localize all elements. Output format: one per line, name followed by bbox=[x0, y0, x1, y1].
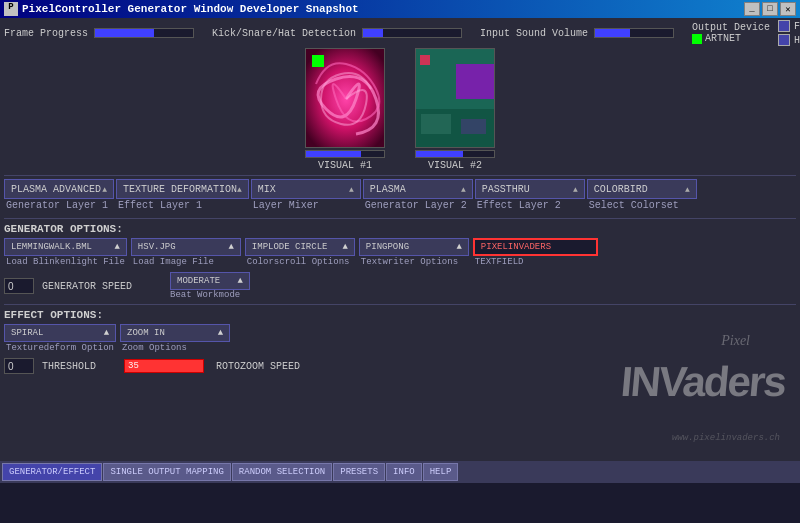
layer-group-mix: MIX ▲ Layer Mixer bbox=[251, 179, 361, 212]
passthru-button[interactable]: PASSTHRU ▲ bbox=[475, 179, 585, 199]
tab-random-selection[interactable]: RANDOM SELECTION bbox=[232, 463, 332, 481]
colorbird-sublabel: Select Colorset bbox=[587, 199, 697, 212]
visual2-preview bbox=[415, 48, 495, 148]
tab-info[interactable]: INFO bbox=[386, 463, 422, 481]
top-bar: Frame Progress Kick/Snare/Hat Detection … bbox=[4, 22, 796, 44]
pingpong-sublabel: Textwriter Options bbox=[359, 256, 469, 268]
colorbird-label: COLORBIRD bbox=[594, 184, 648, 195]
lemmingwalk-label: LEMMINGWALK.BML bbox=[11, 242, 92, 252]
beat-group: MODERATE ▲ Beat Workmode bbox=[170, 272, 250, 300]
pingpong-button[interactable]: PINGPONG ▲ bbox=[359, 238, 469, 256]
kick-section: Kick/Snare/Hat Detection bbox=[212, 28, 462, 39]
visual1-green-square bbox=[312, 55, 324, 67]
plasma2-arrow: ▲ bbox=[461, 185, 466, 194]
gen-group-implode: IMPLODE CIRCLE ▲ Colorscroll Options bbox=[245, 238, 355, 268]
rotozoom-val: 35 bbox=[125, 360, 142, 372]
mix-button[interactable]: MIX ▲ bbox=[251, 179, 361, 199]
minimize-button[interactable]: _ bbox=[744, 2, 760, 16]
tab-single-output[interactable]: SINGLE OUTPUT MAPPING bbox=[103, 463, 230, 481]
freeze-section: Freeze Update Hide Visuals bbox=[778, 20, 800, 46]
divider-2 bbox=[4, 218, 796, 219]
title-bar-buttons: _ □ ✕ bbox=[744, 2, 796, 16]
texture-deformation-button[interactable]: TEXTURE DEFORMATION ▲ bbox=[116, 179, 249, 199]
divider-3 bbox=[4, 304, 796, 305]
visual2-progress-bar bbox=[415, 150, 495, 158]
frame-progress-fill bbox=[95, 29, 154, 37]
effect-group-zoomin: ZOOM IN ▲ Zoom Options bbox=[120, 324, 230, 354]
svg-rect-5 bbox=[461, 119, 486, 134]
hide-label: Hide Visuals bbox=[794, 35, 800, 46]
sound-fill bbox=[595, 29, 630, 37]
textfield-label: TEXTFIELD bbox=[473, 256, 598, 268]
plasma-advanced-label: PLASMA ADVANCED bbox=[11, 184, 101, 195]
implode-sublabel: Colorscroll Options bbox=[245, 256, 355, 268]
gen-group-hsv: HSV.JPG ▲ Load Image File bbox=[131, 238, 241, 268]
freeze-label: Freeze Update bbox=[794, 21, 800, 32]
threshold-input[interactable] bbox=[4, 358, 34, 374]
logo-area: Pixel INVaders www.pixelinvaders.ch bbox=[570, 323, 790, 453]
plasma-advanced-button[interactable]: PLASMA ADVANCED ▲ bbox=[4, 179, 114, 199]
tab-generator-effect[interactable]: GENERATOR/EFFECT bbox=[2, 463, 102, 481]
effect-group-spiral: SPIRAL ▲ Texturedeform Option bbox=[4, 324, 116, 354]
close-button[interactable]: ✕ bbox=[780, 2, 796, 16]
plasma2-button[interactable]: PLASMA ▲ bbox=[363, 179, 473, 199]
kick-bar bbox=[362, 28, 462, 38]
implode-arrow: ▲ bbox=[342, 242, 347, 252]
lemmingwalk-sublabel: Load Blinkenlight File bbox=[4, 256, 127, 268]
rotozoom-label: ROTOZOOM SPEED bbox=[216, 361, 300, 372]
svg-rect-4 bbox=[421, 114, 451, 134]
sound-bar bbox=[594, 28, 674, 38]
frame-progress-section: Frame Progress bbox=[4, 28, 194, 39]
svg-rect-2 bbox=[456, 64, 495, 99]
texture-deformation-arrow: ▲ bbox=[237, 185, 242, 194]
visual1-bg bbox=[306, 49, 384, 147]
visual1-container: VISUAL #1 bbox=[305, 48, 385, 171]
freeze-checkbox[interactable] bbox=[778, 20, 790, 32]
colorbird-arrow: ▲ bbox=[685, 185, 690, 194]
title-bar: P PixelController Generator Window Devel… bbox=[0, 0, 800, 18]
sound-label: Input Sound Volume bbox=[480, 28, 588, 39]
texture-deformation-sublabel: Effect Layer 1 bbox=[116, 199, 249, 212]
maximize-button[interactable]: □ bbox=[762, 2, 778, 16]
visual2-container: VISUAL #2 bbox=[415, 48, 495, 171]
implode-button[interactable]: IMPLODE CIRCLE ▲ bbox=[245, 238, 355, 256]
spiral-label: SPIRAL bbox=[11, 328, 43, 338]
passthru-sublabel: Effect Layer 2 bbox=[475, 199, 585, 212]
implode-label: IMPLODE CIRCLE bbox=[252, 242, 328, 252]
rotozoom-bar: 35 bbox=[124, 359, 204, 373]
layer-group-texture-deformation: TEXTURE DEFORMATION ▲ Effect Layer 1 bbox=[116, 179, 249, 212]
beat-mode-label: MODERATE bbox=[177, 276, 220, 286]
visual1-progress-bar bbox=[305, 150, 385, 158]
spiral-arrow: ▲ bbox=[104, 328, 109, 338]
frame-progress-bar bbox=[94, 28, 194, 38]
hsv-label: HSV.JPG bbox=[138, 242, 176, 252]
output-label: Output Device bbox=[692, 22, 770, 33]
plasma-advanced-arrow: ▲ bbox=[102, 185, 107, 194]
logo-invaders-text: INVaders bbox=[619, 358, 787, 406]
bottom-tab-bar: GENERATOR/EFFECT SINGLE OUTPUT MAPPING R… bbox=[0, 461, 800, 483]
visual1-preview bbox=[305, 48, 385, 148]
artnet-dot bbox=[692, 34, 702, 44]
output-section: Output Device ARTNET bbox=[692, 22, 770, 44]
freeze-update-row: Freeze Update bbox=[778, 20, 800, 32]
sound-section: Input Sound Volume bbox=[480, 28, 674, 39]
colorbird-button[interactable]: COLORBIRD ▲ bbox=[587, 179, 697, 199]
layer-group-plasma2: PLASMA ▲ Generator Layer 2 bbox=[363, 179, 473, 212]
plasma2-sublabel: Generator Layer 2 bbox=[363, 199, 473, 212]
title-bar-text: PixelController Generator Window Develop… bbox=[22, 3, 359, 15]
lemmingwalk-button[interactable]: LEMMINGWALK.BML ▲ bbox=[4, 238, 127, 256]
gen-group-pingpong: PINGPONG ▲ Textwriter Options bbox=[359, 238, 469, 268]
visual1-label: VISUAL #1 bbox=[318, 160, 372, 171]
tab-presets[interactable]: PRESETS bbox=[333, 463, 385, 481]
hide-checkbox[interactable] bbox=[778, 34, 790, 46]
main-content: Frame Progress Kick/Snare/Hat Detection … bbox=[0, 18, 800, 483]
pingpong-arrow: ▲ bbox=[456, 242, 461, 252]
spiral-button[interactable]: SPIRAL ▲ bbox=[4, 324, 116, 342]
generator-speed-input[interactable] bbox=[4, 278, 34, 294]
beat-mode-button[interactable]: MODERATE ▲ bbox=[170, 272, 250, 290]
hsv-button[interactable]: HSV.JPG ▲ bbox=[131, 238, 241, 256]
title-bar-icon: P bbox=[4, 2, 18, 16]
zoomin-button[interactable]: ZOOM IN ▲ bbox=[120, 324, 230, 342]
pixelinvaders-button[interactable] bbox=[473, 238, 598, 256]
tab-help[interactable]: HELP bbox=[423, 463, 459, 481]
